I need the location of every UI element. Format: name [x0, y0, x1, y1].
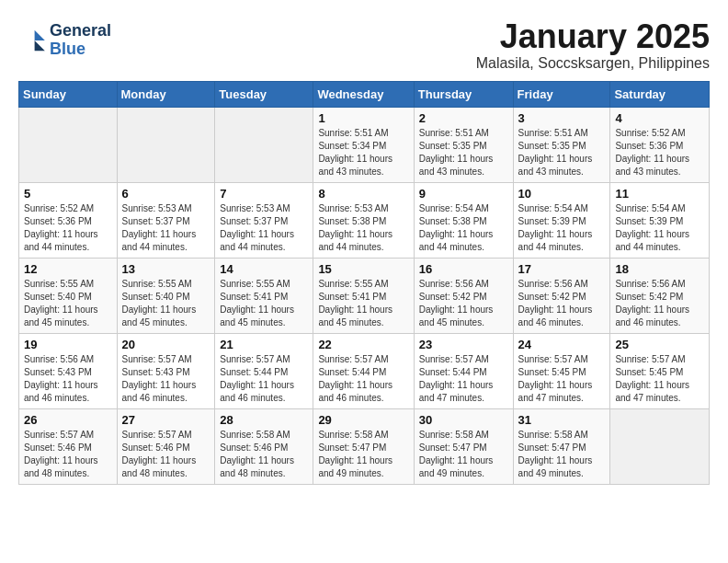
day-number: 5 — [24, 187, 112, 201]
day-number: 14 — [220, 262, 308, 276]
weekday-header: Sunday — [19, 81, 118, 107]
day-info: Sunrise: 5:56 AMSunset: 5:42 PMDaylight:… — [419, 278, 508, 329]
day-info: Sunrise: 5:55 AMSunset: 5:40 PMDaylight:… — [122, 278, 210, 329]
day-info: Sunrise: 5:58 AMSunset: 5:47 PMDaylight:… — [518, 429, 606, 480]
day-number: 17 — [518, 262, 606, 276]
calendar-cell: 11Sunrise: 5:54 AMSunset: 5:39 PMDayligh… — [610, 182, 710, 258]
day-info: Sunrise: 5:52 AMSunset: 5:36 PMDaylight:… — [615, 127, 704, 178]
calendar-cell: 18Sunrise: 5:56 AMSunset: 5:42 PMDayligh… — [610, 258, 710, 333]
calendar-cell — [610, 408, 710, 484]
day-info: Sunrise: 5:57 AMSunset: 5:46 PMDaylight:… — [122, 429, 210, 480]
calendar-cell: 12Sunrise: 5:55 AMSunset: 5:40 PMDayligh… — [19, 258, 118, 333]
day-info: Sunrise: 5:51 AMSunset: 5:35 PMDaylight:… — [518, 127, 606, 178]
day-number: 22 — [318, 338, 408, 351]
day-number: 21 — [220, 338, 308, 351]
calendar-cell: 26Sunrise: 5:57 AMSunset: 5:46 PMDayligh… — [19, 408, 118, 484]
calendar-cell: 23Sunrise: 5:57 AMSunset: 5:44 PMDayligh… — [414, 333, 513, 408]
calendar-week-row: 1Sunrise: 5:51 AMSunset: 5:34 PMDaylight… — [19, 107, 710, 182]
day-info: Sunrise: 5:57 AMSunset: 5:44 PMDaylight:… — [318, 353, 408, 405]
day-info: Sunrise: 5:58 AMSunset: 5:47 PMDaylight:… — [419, 429, 508, 480]
logo: General Blue — [18, 22, 111, 59]
day-number: 20 — [122, 338, 210, 351]
page-title: January 2025 — [476, 18, 710, 55]
day-info: Sunrise: 5:57 AMSunset: 5:44 PMDaylight:… — [220, 353, 308, 405]
calendar-cell: 22Sunrise: 5:57 AMSunset: 5:44 PMDayligh… — [313, 333, 414, 408]
day-info: Sunrise: 5:54 AMSunset: 5:39 PMDaylight:… — [615, 202, 704, 254]
title-block: January 2025 Malasila, Soccsksargen, Phi… — [476, 18, 710, 72]
calendar-cell: 30Sunrise: 5:58 AMSunset: 5:47 PMDayligh… — [414, 408, 513, 484]
day-info: Sunrise: 5:53 AMSunset: 5:37 PMDaylight:… — [220, 202, 308, 254]
calendar-cell: 1Sunrise: 5:51 AMSunset: 5:34 PMDaylight… — [313, 107, 414, 182]
calendar-cell — [117, 107, 215, 182]
calendar-cell: 31Sunrise: 5:58 AMSunset: 5:47 PMDayligh… — [513, 408, 610, 484]
calendar-cell: 5Sunrise: 5:52 AMSunset: 5:36 PMDaylight… — [19, 182, 118, 258]
weekday-header: Friday — [513, 81, 610, 107]
day-number: 8 — [318, 187, 408, 201]
calendar-cell — [19, 107, 118, 182]
day-info: Sunrise: 5:56 AMSunset: 5:43 PMDaylight:… — [24, 353, 112, 405]
weekday-header: Wednesday — [313, 81, 414, 107]
day-number: 19 — [24, 338, 112, 351]
day-number: 2 — [419, 111, 508, 125]
calendar-cell: 17Sunrise: 5:56 AMSunset: 5:42 PMDayligh… — [513, 258, 610, 333]
day-number: 26 — [24, 413, 112, 427]
calendar-cell: 4Sunrise: 5:52 AMSunset: 5:36 PMDaylight… — [610, 107, 710, 182]
day-number: 1 — [318, 111, 408, 125]
calendar-table: SundayMondayTuesdayWednesdayThursdayFrid… — [18, 81, 710, 485]
day-info: Sunrise: 5:51 AMSunset: 5:34 PMDaylight:… — [318, 127, 408, 178]
svg-marker-1 — [35, 30, 45, 40]
weekday-header: Monday — [117, 81, 215, 107]
day-info: Sunrise: 5:53 AMSunset: 5:38 PMDaylight:… — [318, 202, 408, 254]
logo-line1: General — [50, 22, 111, 40]
calendar-cell: 15Sunrise: 5:55 AMSunset: 5:41 PMDayligh… — [313, 258, 414, 333]
calendar-cell: 20Sunrise: 5:57 AMSunset: 5:43 PMDayligh… — [117, 333, 215, 408]
weekday-header: Tuesday — [215, 81, 313, 107]
day-number: 18 — [615, 262, 704, 276]
day-info: Sunrise: 5:58 AMSunset: 5:47 PMDaylight:… — [318, 429, 408, 480]
day-number: 30 — [419, 413, 508, 427]
day-number: 9 — [419, 187, 508, 201]
day-number: 24 — [518, 338, 606, 351]
day-number: 12 — [24, 262, 112, 276]
day-info: Sunrise: 5:57 AMSunset: 5:44 PMDaylight:… — [419, 353, 508, 405]
day-number: 28 — [220, 413, 308, 427]
day-info: Sunrise: 5:51 AMSunset: 5:35 PMDaylight:… — [419, 127, 508, 178]
day-info: Sunrise: 5:55 AMSunset: 5:41 PMDaylight:… — [318, 278, 408, 329]
calendar-week-row: 26Sunrise: 5:57 AMSunset: 5:46 PMDayligh… — [19, 408, 710, 484]
calendar-cell: 27Sunrise: 5:57 AMSunset: 5:46 PMDayligh… — [117, 408, 215, 484]
day-number: 3 — [518, 111, 606, 125]
calendar-header-row: SundayMondayTuesdayWednesdayThursdayFrid… — [19, 81, 710, 107]
day-number: 11 — [615, 187, 704, 201]
calendar-cell: 10Sunrise: 5:54 AMSunset: 5:39 PMDayligh… — [513, 182, 610, 258]
day-number: 29 — [318, 413, 408, 427]
day-info: Sunrise: 5:57 AMSunset: 5:43 PMDaylight:… — [122, 353, 210, 405]
day-number: 31 — [518, 413, 606, 427]
calendar-cell: 28Sunrise: 5:58 AMSunset: 5:46 PMDayligh… — [215, 408, 313, 484]
day-info: Sunrise: 5:56 AMSunset: 5:42 PMDaylight:… — [518, 278, 606, 329]
logo-line2: Blue — [50, 40, 111, 59]
day-info: Sunrise: 5:52 AMSunset: 5:36 PMDaylight:… — [24, 202, 112, 254]
day-info: Sunrise: 5:55 AMSunset: 5:41 PMDaylight:… — [220, 278, 308, 329]
weekday-header: Thursday — [414, 81, 513, 107]
day-number: 15 — [318, 262, 408, 276]
day-info: Sunrise: 5:56 AMSunset: 5:42 PMDaylight:… — [615, 278, 704, 329]
calendar-week-row: 19Sunrise: 5:56 AMSunset: 5:43 PMDayligh… — [19, 333, 710, 408]
calendar-cell: 2Sunrise: 5:51 AMSunset: 5:35 PMDaylight… — [414, 107, 513, 182]
calendar-week-row: 5Sunrise: 5:52 AMSunset: 5:36 PMDaylight… — [19, 182, 710, 258]
calendar-cell: 7Sunrise: 5:53 AMSunset: 5:37 PMDaylight… — [215, 182, 313, 258]
day-info: Sunrise: 5:54 AMSunset: 5:38 PMDaylight:… — [419, 202, 508, 254]
day-info: Sunrise: 5:53 AMSunset: 5:37 PMDaylight:… — [122, 202, 210, 254]
weekday-header: Saturday — [610, 81, 710, 107]
day-info: Sunrise: 5:54 AMSunset: 5:39 PMDaylight:… — [518, 202, 606, 254]
calendar-cell: 21Sunrise: 5:57 AMSunset: 5:44 PMDayligh… — [215, 333, 313, 408]
day-number: 13 — [122, 262, 210, 276]
day-number: 23 — [419, 338, 508, 351]
calendar-cell — [215, 107, 313, 182]
calendar-cell: 14Sunrise: 5:55 AMSunset: 5:41 PMDayligh… — [215, 258, 313, 333]
day-info: Sunrise: 5:55 AMSunset: 5:40 PMDaylight:… — [24, 278, 112, 329]
day-info: Sunrise: 5:57 AMSunset: 5:46 PMDaylight:… — [24, 429, 112, 480]
day-number: 25 — [615, 338, 704, 351]
calendar-cell: 24Sunrise: 5:57 AMSunset: 5:45 PMDayligh… — [513, 333, 610, 408]
day-number: 7 — [220, 187, 308, 201]
page-header: General Blue January 2025 Malasila, Socc… — [18, 18, 710, 72]
